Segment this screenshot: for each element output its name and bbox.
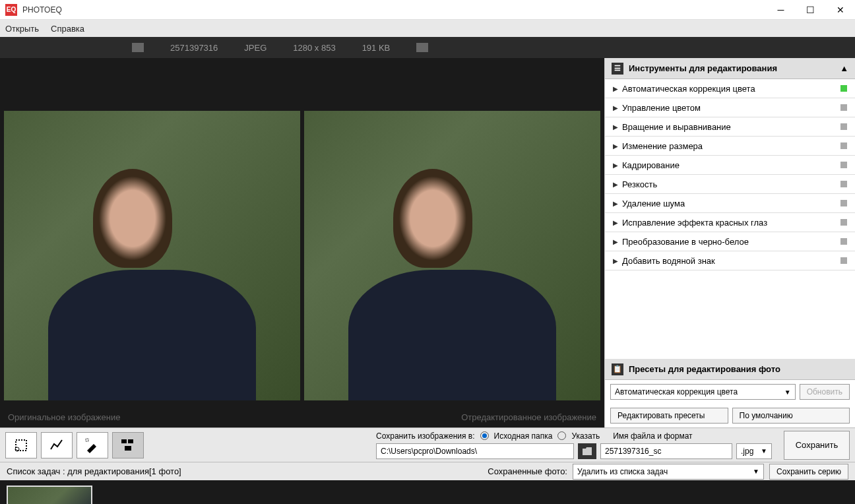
radio-specify-label: Указать: [571, 431, 600, 441]
tool-item[interactable]: ▶Изменение размера: [605, 137, 855, 156]
status-indicator: [840, 200, 847, 206]
original-image[interactable]: [4, 111, 300, 400]
task-list-label: Список задач : для редактирования[1 фото…: [7, 466, 181, 476]
filename-input[interactable]: 2571397316_sc: [600, 443, 732, 459]
thumbnail[interactable]: 2571397316.jpg: [7, 486, 92, 504]
status-indicator: [840, 219, 847, 226]
info-format: JPEG: [244, 43, 267, 53]
tools-header-label: Инструменты для редактирования: [629, 63, 777, 73]
save-to-label: Сохранить изображения в:: [376, 431, 475, 441]
default-button[interactable]: По умолчанию: [732, 408, 850, 424]
tool-item[interactable]: ▶Автоматическая коррекция цвета: [605, 79, 855, 98]
chevron-right-icon: ▶: [613, 200, 618, 207]
chevron-right-icon: ▶: [613, 219, 618, 226]
minimize-button[interactable]: ─: [766, 0, 796, 20]
info-id: 2571397316: [170, 43, 218, 53]
chevron-down-icon: ▼: [784, 389, 791, 396]
tools-panel-header[interactable]: ☰ Инструменты для редактирования ▲: [605, 58, 855, 79]
collapse-icon[interactable]: ▲: [840, 63, 848, 73]
tool-label: Исправление эффекта красных глаз: [622, 218, 767, 228]
toolbar: Сохранить изображения в: Исходная папка …: [0, 427, 855, 462]
edited-label: Отредактированное изображение: [461, 412, 596, 422]
tool-label: Управление цветом: [622, 103, 701, 113]
chevron-right-icon: ▶: [613, 257, 618, 265]
status-indicator: [840, 257, 847, 264]
tool-item[interactable]: ▶Управление цветом: [605, 98, 855, 117]
radio-source-folder[interactable]: [480, 431, 489, 440]
tool-item[interactable]: ▶Исправление эффекта красных глаз: [605, 213, 855, 232]
menu-help[interactable]: Справка: [51, 24, 84, 34]
svg-rect-2: [86, 439, 88, 441]
levels-tool-button[interactable]: [41, 432, 73, 458]
svg-rect-4: [128, 439, 133, 443]
svg-rect-5: [125, 446, 131, 451]
info-dimensions: 1280 x 853: [293, 43, 335, 53]
status-indicator: [840, 162, 847, 168]
status-indicator: [840, 123, 847, 130]
preset-dropdown[interactable]: Автоматическая коррекция цвета ▼: [610, 384, 796, 400]
maximize-button[interactable]: ☐: [796, 0, 825, 20]
save-button[interactable]: Сохранить: [784, 431, 850, 460]
status-indicator: [840, 85, 847, 92]
tool-label: Преобразование в черно-белое: [622, 237, 749, 247]
tool-item[interactable]: ▶Преобразование в черно-белое: [605, 232, 855, 251]
tool-label: Резкость: [622, 179, 657, 189]
edit-presets-button[interactable]: Редактировать пресеты: [610, 408, 728, 424]
chevron-down-icon: ▼: [761, 447, 767, 455]
edited-image[interactable]: [304, 111, 600, 400]
save-series-button[interactable]: Сохранить серию: [769, 464, 848, 480]
sidebar: ☰ Инструменты для редактирования ▲ ▶Авто…: [604, 58, 855, 427]
app-logo-icon: EQ: [5, 4, 17, 16]
tool-item[interactable]: ▶Удаление шума: [605, 194, 855, 213]
tool-item[interactable]: ▶Кадрирование: [605, 156, 855, 175]
thumbnail-strip: 2571397316.jpg PCPROGS.NET: [0, 480, 855, 504]
tool-label: Добавить водяной знак: [622, 256, 715, 266]
radio-specify-folder[interactable]: [557, 431, 566, 440]
path-input[interactable]: C:\Users\pcpro\Downloads\: [376, 443, 574, 459]
extension-dropdown[interactable]: .jpg ▼: [736, 443, 772, 459]
tool-label: Автоматическая коррекция цвета: [622, 84, 755, 94]
browse-folder-button[interactable]: [578, 443, 596, 459]
compare-tool-button[interactable]: [112, 432, 144, 458]
menu-open[interactable]: Открыть: [5, 24, 39, 34]
tool-item[interactable]: ▶Добавить водяной знак: [605, 251, 855, 270]
close-button[interactable]: ✕: [825, 0, 855, 20]
image-area: Оригинальное изображение Отредактированн…: [0, 58, 604, 427]
picker-tool-button[interactable]: [77, 432, 108, 458]
chevron-right-icon: ▶: [613, 162, 618, 169]
file-format-label: Имя файла и формат: [613, 431, 692, 441]
sliders-icon: ☰: [612, 63, 623, 75]
saved-action-dropdown[interactable]: Удалить из списка задач ▼: [573, 464, 764, 480]
chevron-down-icon: ▼: [753, 468, 759, 475]
titlebar: EQ PHOTOEQ ─ ☐ ✕: [0, 0, 855, 20]
tool-label: Изменение размера: [622, 141, 703, 151]
tool-item[interactable]: ▶Резкость: [605, 175, 855, 194]
refresh-button[interactable]: Обновить: [800, 384, 850, 400]
chevron-right-icon: ▶: [613, 123, 618, 131]
infobar: 2571397316 JPEG 1280 x 853 191 KB: [0, 37, 855, 58]
chevron-right-icon: ▶: [613, 142, 618, 150]
presets-panel-header[interactable]: 📋 Пресеты для редактирования фото: [605, 359, 855, 380]
clipboard-icon: 📋: [612, 363, 623, 375]
crop-tool-button[interactable]: [5, 432, 37, 458]
image-icon: [132, 43, 144, 52]
tool-label: Вращение и выравнивание: [622, 122, 731, 132]
presets-header-label: Пресеты для редактирования фото: [629, 364, 780, 374]
status-indicator: [840, 142, 847, 149]
menubar: Открыть Справка: [0, 20, 855, 37]
taskbar: Список задач : для редактирования[1 фото…: [0, 462, 855, 480]
tool-label: Удаление шума: [622, 199, 685, 208]
tool-item[interactable]: ▶Вращение и выравнивание: [605, 117, 855, 137]
thumbnail-image: [7, 486, 92, 504]
status-indicator: [840, 181, 847, 187]
preset-selected: Автоматическая коррекция цвета: [615, 387, 738, 396]
svg-rect-3: [121, 439, 127, 443]
radio-source-label: Исходная папка: [494, 431, 553, 441]
app-title: PHOTOEQ: [22, 5, 766, 15]
svg-rect-0: [16, 440, 26, 451]
status-indicator: [840, 238, 847, 245]
info-size: 191 KB: [362, 43, 391, 53]
chevron-right-icon: ▶: [613, 85, 618, 92]
chevron-right-icon: ▶: [613, 238, 618, 245]
original-label: Оригинальное изображение: [8, 412, 461, 422]
